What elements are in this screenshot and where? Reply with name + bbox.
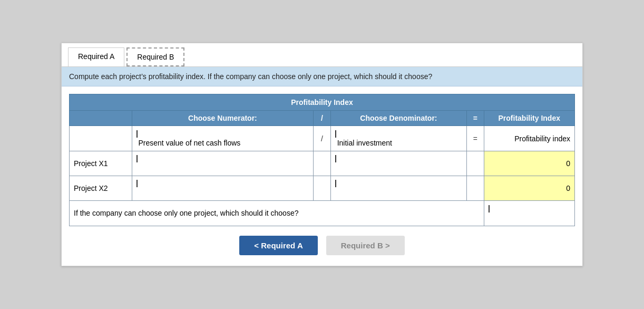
formula-denominator-input[interactable] bbox=[335, 138, 463, 148]
table-title: Profitability Index bbox=[70, 94, 575, 111]
formula-slash: / bbox=[314, 126, 330, 151]
project-x1-row: Project X1 0 bbox=[70, 151, 575, 176]
cursor-x1-denominator bbox=[335, 155, 336, 162]
main-content: Profitability Index Choose Numerator: / … bbox=[62, 86, 582, 265]
bottom-answer-input[interactable] bbox=[489, 213, 570, 223]
project-x2-denominator-input[interactable] bbox=[335, 187, 463, 198]
formula-equals: = bbox=[467, 126, 484, 151]
project-x2-numerator-input[interactable] bbox=[136, 187, 309, 198]
btn-required-a[interactable]: < Required A bbox=[239, 236, 317, 255]
project-x1-denominator-input[interactable] bbox=[335, 162, 463, 173]
bottom-row: If the company can choose only one proje… bbox=[70, 201, 575, 226]
label-header-empty bbox=[70, 111, 132, 126]
project-x2-slash bbox=[314, 176, 330, 201]
cursor-numerator bbox=[136, 130, 138, 138]
profitability-table: Profitability Index Choose Numerator: / … bbox=[69, 94, 575, 226]
formula-numerator-input[interactable] bbox=[136, 138, 309, 148]
project-x1-numerator-input[interactable] bbox=[136, 162, 309, 173]
project-x1-denominator-cell[interactable] bbox=[330, 151, 467, 176]
header-numerator: Choose Numerator: bbox=[132, 111, 314, 126]
cursor-bottom-answer bbox=[489, 205, 490, 213]
cursor-denominator bbox=[335, 130, 336, 138]
project-x1-label: Project X1 bbox=[70, 151, 132, 176]
cursor-x2-numerator bbox=[136, 180, 138, 187]
header-result: Profitability Index bbox=[484, 111, 574, 126]
bottom-question: If the company can choose only one proje… bbox=[70, 201, 484, 226]
buttons-row: < Required A Required B > bbox=[68, 236, 576, 255]
project-x1-numerator-cell[interactable] bbox=[132, 151, 314, 176]
header-equals: = bbox=[467, 111, 484, 126]
btn-required-b[interactable]: Required B > bbox=[326, 236, 405, 255]
project-x2-label: Project X2 bbox=[70, 176, 132, 201]
header-row: Choose Numerator: / Choose Denominator: … bbox=[70, 111, 575, 126]
project-x2-row: Project X2 0 bbox=[70, 176, 575, 201]
page-container: Required A Required B Compute each proje… bbox=[61, 43, 583, 266]
tab-required-a[interactable]: Required A bbox=[68, 47, 124, 66]
project-x2-equals bbox=[467, 176, 484, 201]
bottom-answer-cell[interactable] bbox=[484, 201, 574, 226]
project-x2-denominator-cell[interactable] bbox=[330, 176, 467, 201]
project-x1-slash bbox=[314, 151, 330, 176]
project-x1-equals bbox=[467, 151, 484, 176]
tabs-row: Required A Required B bbox=[62, 43, 582, 67]
tab-required-b[interactable]: Required B bbox=[126, 47, 184, 66]
formula-denominator-cell[interactable] bbox=[330, 126, 467, 151]
formula-label-empty bbox=[70, 126, 132, 151]
cursor-x2-denominator bbox=[335, 180, 336, 187]
project-x2-result: 0 bbox=[484, 176, 574, 201]
instruction-bar: Compute each project’s profitability ind… bbox=[62, 67, 582, 86]
header-denominator: Choose Denominator: bbox=[330, 111, 467, 126]
header-slash: / bbox=[314, 111, 330, 126]
project-x2-numerator-cell[interactable] bbox=[132, 176, 314, 201]
table-title-row: Profitability Index bbox=[70, 94, 575, 111]
formula-row: / = Profitability index bbox=[70, 126, 575, 151]
formula-numerator-cell[interactable] bbox=[132, 126, 314, 151]
formula-result: Profitability index bbox=[484, 126, 574, 151]
cursor-x1-numerator bbox=[136, 155, 138, 162]
project-x1-result: 0 bbox=[484, 151, 574, 176]
